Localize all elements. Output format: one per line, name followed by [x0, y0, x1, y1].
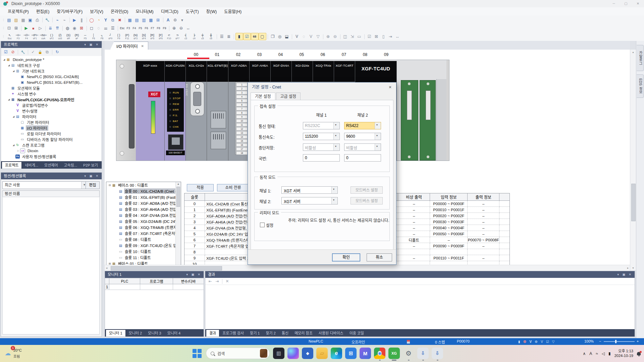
base-tree-item[interactable]: ▭ 슬롯 11 : 디폴트 [106, 254, 181, 260]
project-panel-tab[interactable]: 프로젝트 [2, 162, 22, 169]
toolbar-icon[interactable]: ⎙ [34, 17, 41, 23]
toolbar-icon[interactable] [125, 17, 125, 22]
slot-number-label[interactable]: 05 [291, 52, 312, 57]
toolbar-icon[interactable]: F6 [144, 25, 150, 32]
toolbar-icon[interactable]: Esc [119, 25, 125, 32]
project-tool-icon[interactable]: 🔧 [19, 49, 26, 55]
scroll-up-icon[interactable]: ▲ [176, 183, 181, 185]
project-tool-icon[interactable]: ☑ [2, 49, 9, 55]
project-tool-icon[interactable]: ⊘ [9, 49, 16, 55]
project-tree-item[interactable]: ▦ 모션제어 모듈 [1, 85, 102, 91]
chevron-down-icon[interactable] [375, 144, 381, 150]
scroll-right-icon[interactable]: ▸ [627, 266, 629, 269]
taskbar-app-icon[interactable]: ⇩ [432, 348, 443, 359]
menu-item[interactable]: 모니터(M) [132, 8, 157, 16]
toolbar-icon[interactable] [340, 34, 340, 39]
menu-item[interactable]: 프로젝트(P) [4, 8, 33, 16]
toolbar-icon[interactable] [292, 34, 292, 39]
toolbar-icon[interactable]: ◻ [88, 25, 95, 32]
ladder-tool-button[interactable]: ⊃sF7 [173, 33, 182, 41]
scroll-thumb[interactable] [176, 187, 180, 207]
result-tool-icon[interactable]: ⇤ [207, 278, 214, 285]
toolbar-icon[interactable]: F8 [156, 25, 162, 32]
tree-expander-icon[interactable]: ▷ [16, 149, 20, 152]
toolbar-icon[interactable]: ✖ [116, 17, 123, 23]
toolbar-icon[interactable]: ❐ [269, 33, 276, 40]
dialog-close-icon[interactable]: ✕ [387, 84, 393, 90]
monitor-cell-device[interactable] [173, 284, 204, 290]
ladder-tool-button[interactable]: ╫c6 [207, 33, 215, 41]
project-tree-item[interactable]: ▭ 디바이스 자동 할당 파라미터 [1, 136, 102, 142]
toolbar-icon[interactable]: ▩ [148, 17, 155, 23]
ladder-tool-button[interactable]: ( )sF2 [48, 33, 56, 41]
column-header-emergency-output[interactable]: 비상 출력 [398, 193, 430, 201]
function-name-column-header[interactable]: 펑션 이름 [2, 190, 100, 197]
result-tab[interactable]: 프로그램 검사 [219, 330, 247, 337]
ladder-tool-button[interactable]: ⊣/⊢F4 [22, 33, 31, 41]
column-header-output-info[interactable]: 출력 정보 [468, 193, 499, 201]
toolbar-icon[interactable] [268, 34, 268, 39]
toolbar-icon[interactable]: V [293, 33, 301, 40]
chevron-down-icon[interactable] [375, 133, 381, 140]
project-tree-item[interactable]: ◢ ↻ 스캔 프로그램 [1, 142, 102, 148]
monitor-cell-plc[interactable] [109, 284, 140, 290]
project-tree-item[interactable]: ▣ NewPLC [B0S0 XGL-CH2A/B] [1, 74, 102, 79]
function-list[interactable] [2, 197, 100, 335]
toolbar-grip[interactable]: ⁞ [3, 26, 4, 30]
ok-button[interactable]: 확인 [332, 253, 360, 261]
result-tab[interactable]: 결과 [206, 329, 219, 337]
project-tree-item[interactable]: V 변수/설명 [1, 108, 102, 114]
monitor-tab[interactable]: 모니터 1 [106, 329, 126, 337]
column-header-slot[interactable]: 슬롯 [184, 193, 205, 201]
project-tree-item[interactable]: ▦ I/O 파라미터 [1, 125, 102, 131]
minimize-button[interactable]: ─ [608, 0, 620, 7]
repeater-checkbox[interactable] [260, 223, 265, 227]
cancel-button[interactable]: 취소 [367, 253, 392, 261]
channel2-field[interactable]: RS422 [344, 122, 381, 129]
toolbar-icon[interactable]: ⊖ [332, 33, 339, 40]
ladder-tool-button[interactable]: ╡c3 [182, 33, 190, 41]
project-tree-item[interactable]: ▷ LD Dioxin [1, 148, 102, 154]
base-tree-item[interactable]: ▤ 슬롯 01 : XGL-EFMT(B) (FastEnet 마스터) [106, 194, 181, 200]
slot-number-label[interactable]: 03 [249, 52, 270, 57]
ladder-tool-button[interactable]: │F6 [90, 33, 98, 41]
toolbar-icon[interactable]: 68 [251, 33, 259, 40]
toolbar-icon[interactable]: ⚙ [172, 17, 179, 23]
tree-expander-icon[interactable]: ◢ [2, 58, 6, 61]
toolbar-icon[interactable]: ⬓ [283, 33, 290, 40]
modbus-settings-button[interactable]: 모드버스 설정 [351, 197, 383, 204]
slot-number-label[interactable]: 00 [185, 52, 207, 57]
tree-expander-icon[interactable]: ◢ [12, 144, 15, 146]
toolbar-icon[interactable] [234, 34, 234, 39]
taskbar-app-icon[interactable]: ◆ [302, 348, 313, 359]
panel-header-icons[interactable]: ▾ ▣ ✕ [84, 173, 100, 179]
toolbar-icon[interactable]: ⌁ [61, 17, 68, 23]
base-tree-item[interactable]: ▭ 슬롯 10 : 디폴트 [106, 248, 181, 254]
chevron-down-icon[interactable] [333, 144, 339, 150]
toolbar-icon[interactable]: ⊖ [178, 25, 185, 32]
toolbar-grip[interactable]: ⁞ [3, 18, 4, 22]
ladder-tool-button[interactable]: (/)csS [56, 33, 64, 41]
vertical-scrollbar[interactable]: ▴▾ [630, 50, 636, 270]
tray-icon[interactable]: ∧ [583, 351, 586, 356]
project-panel-tab[interactable]: 모션제어 [41, 162, 61, 169]
result-tool-icon[interactable]: ⇥ [214, 278, 221, 285]
toolbar-icon[interactable] [45, 26, 46, 31]
toolbar-icon[interactable] [364, 34, 365, 39]
toolbar-icon[interactable]: ▤ [6, 17, 13, 23]
scroll-up-icon[interactable]: ▴ [630, 51, 636, 54]
menu-item[interactable]: 온라인(O) [107, 8, 132, 16]
toolbar-icon[interactable] [62, 26, 63, 31]
horizontal-scrollbar[interactable]: ◂▸ [105, 265, 630, 271]
monitor-column-device[interactable]: 변수/디바 [173, 278, 204, 284]
toolbar-icon[interactable]: ◌ [301, 33, 308, 40]
project-tree-item[interactable]: ✦ 시스템 변수 [1, 91, 102, 97]
result-tab[interactable]: 메모리 참조 [291, 330, 316, 337]
chevron-down-icon[interactable] [331, 197, 337, 204]
base-tree-item[interactable]: ▤ 슬롯 04 : XGF-DV4A (D/A 전압형, 4채널) [106, 212, 181, 218]
project-tree-item[interactable]: ▣ NewPLC [B0S1 XGL-EFMT(B)... [1, 79, 102, 85]
toolbar-icon[interactable]: ⇥ [387, 33, 394, 40]
scroll-left-icon[interactable]: ◂ [106, 266, 107, 269]
ladder-tool-button[interactable]: ┘sF9 [106, 33, 115, 41]
toolbar-icon[interactable]: ◌ [95, 25, 102, 32]
